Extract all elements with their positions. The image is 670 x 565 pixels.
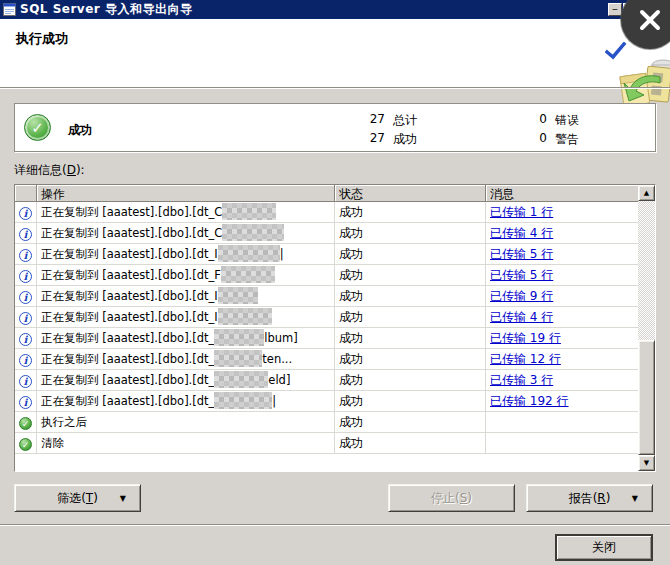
table-row[interactable]: i 正在复制到 [aaatest].[dbo].[dt_I 成功 已传输 4 行 — [15, 307, 638, 328]
window-title: SQL Server 导入和导出向导 — [20, 1, 192, 18]
success-label: 成功 — [393, 131, 417, 148]
scroll-up-icon[interactable]: ▲ — [638, 185, 655, 201]
status-cell: 成功 — [335, 244, 486, 264]
column-header-action[interactable]: 操作 — [37, 185, 335, 202]
redaction-mosaic — [214, 371, 268, 388]
details-label: 详细信息(D): — [14, 162, 85, 179]
column-header-status[interactable]: 状态 — [335, 185, 486, 202]
info-icon: i — [19, 291, 32, 304]
rows-transferred-link[interactable]: 已传输 192 行 — [490, 394, 569, 408]
success-icon: ✓ — [19, 438, 32, 451]
action-cell: 正在复制到 [aaatest].[dbo].[dt_C — [37, 202, 335, 222]
rows-transferred-link[interactable]: 已传输 19 行 — [490, 331, 561, 345]
wizard-header: 执行成功 — [0, 19, 670, 87]
error-label: 错误 — [555, 112, 579, 129]
scrollbar-thumb[interactable] — [638, 340, 655, 455]
action-cell: 正在复制到 [aaatest].[dbo].[dt_eld] — [37, 370, 335, 390]
status-cell: 成功 — [335, 370, 486, 390]
status-cell: 成功 — [335, 433, 486, 453]
vertical-scrollbar[interactable]: ▲ ▼ — [638, 185, 655, 471]
info-icon: i — [19, 270, 32, 283]
rows-transferred-link[interactable]: 已传输 1 行 — [490, 205, 553, 219]
warning-count: 0 — [523, 131, 547, 145]
title-bar: SQL Server 导入和导出向导 ─ ❐ ✕ — [0, 0, 670, 19]
info-icon: i — [19, 207, 32, 220]
table-row[interactable]: i 正在复制到 [aaatest].[dbo].[dt_I 成功 已传输 9 行 — [15, 286, 638, 307]
redaction-mosaic — [222, 203, 276, 220]
table-row[interactable]: ✓ 执行之后 成功 — [15, 412, 638, 433]
table-row[interactable]: i 正在复制到 [aaatest].[dbo].[dt_C 成功 已传输 4 行 — [15, 223, 638, 244]
status-cell: 成功 — [335, 307, 486, 327]
action-cell: 正在复制到 [aaatest].[dbo].[dt_ten... — [37, 349, 335, 369]
action-cell: 正在复制到 [aaatest].[dbo].[dt_I| — [37, 244, 335, 264]
minimize-button[interactable]: ─ — [608, 3, 622, 16]
redaction-mosaic — [214, 392, 272, 409]
redaction-mosaic — [214, 329, 264, 346]
rows-transferred-link[interactable]: 已传输 4 行 — [490, 310, 553, 324]
import-export-wizard-icon — [616, 57, 670, 107]
grid-rows: i 正在复制到 [aaatest].[dbo].[dt_C 成功 已传输 1 行… — [15, 202, 638, 454]
message-cell — [486, 433, 638, 453]
info-icon: i — [19, 333, 32, 346]
redaction-mosaic — [222, 224, 284, 241]
close-icon — [635, 5, 665, 35]
info-icon: i — [19, 375, 32, 388]
info-icon: i — [19, 249, 32, 262]
header-separator — [0, 87, 670, 89]
column-header-message[interactable]: 消息 — [486, 185, 638, 202]
rows-transferred-link[interactable]: 已传输 3 行 — [490, 373, 553, 387]
rows-transferred-link[interactable]: 已传输 4 行 — [490, 226, 553, 240]
action-cell: 正在复制到 [aaatest].[dbo].[dt_I — [37, 286, 335, 306]
rows-transferred-link[interactable]: 已传输 5 行 — [490, 247, 553, 261]
close-button[interactable]: 关闭 — [555, 534, 653, 561]
table-row[interactable]: i 正在复制到 [aaatest].[dbo].[dt_lbum] 成功 已传输… — [15, 328, 638, 349]
action-cell: 执行之后 — [37, 412, 335, 432]
redaction-mosaic — [218, 287, 258, 304]
report-button[interactable]: 报告(R) ▼ — [526, 484, 653, 512]
page-title: 执行成功 — [16, 30, 68, 48]
redaction-mosaic — [218, 308, 272, 325]
table-row[interactable]: i 正在复制到 [aaatest].[dbo].[dt_eld] 成功 已传输 … — [15, 370, 638, 391]
status-cell: 成功 — [335, 328, 486, 348]
redaction-mosaic — [214, 350, 262, 367]
rows-transferred-link[interactable]: 已传输 5 行 — [490, 268, 553, 282]
success-count: 27 — [361, 131, 385, 145]
table-row[interactable]: ✓ 清除 成功 — [15, 433, 638, 454]
rows-transferred-link[interactable]: 已传输 9 行 — [490, 289, 553, 303]
error-count: 0 — [523, 112, 547, 126]
warning-label: 警告 — [555, 131, 579, 148]
grid-header: 操作 状态 消息 — [15, 185, 655, 202]
stop-button[interactable]: 停止(S) — [388, 484, 515, 512]
total-label: 总计 — [393, 112, 417, 129]
table-row[interactable]: i 正在复制到 [aaatest].[dbo].[dt_F 成功 已传输 5 行 — [15, 265, 638, 286]
summary-panel: ✓ 成功 27 总计 27 成功 0 错误 0 警告 — [14, 103, 656, 152]
status-cell: 成功 — [335, 223, 486, 243]
status-cell: 成功 — [335, 286, 486, 306]
info-icon: i — [19, 228, 32, 241]
scroll-down-icon[interactable]: ▼ — [638, 455, 655, 471]
redaction-mosaic — [221, 266, 275, 283]
message-cell — [486, 412, 638, 432]
results-grid: 操作 状态 消息 i 正在复制到 [aaatest].[dbo].[dt_C 成… — [14, 184, 656, 472]
table-row[interactable]: i 正在复制到 [aaatest].[dbo].[dt_| 成功 已传输 192… — [15, 391, 638, 412]
table-row[interactable]: i 正在复制到 [aaatest].[dbo].[dt_I| 成功 已传输 5 … — [15, 244, 638, 265]
summary-status: 成功 — [68, 122, 92, 139]
success-circle-icon: ✓ — [24, 114, 51, 141]
success-icon: ✓ — [19, 417, 32, 430]
info-icon: i — [19, 312, 32, 325]
status-cell: 成功 — [335, 202, 486, 222]
footer-separator — [0, 524, 670, 526]
action-cell: 正在复制到 [aaatest].[dbo].[dt_| — [37, 391, 335, 411]
action-cell: 正在复制到 [aaatest].[dbo].[dt_C — [37, 223, 335, 243]
total-count: 27 — [361, 112, 385, 126]
rows-transferred-link[interactable]: 已传输 12 行 — [490, 352, 561, 366]
status-cell: 成功 — [335, 391, 486, 411]
table-row[interactable]: i 正在复制到 [aaatest].[dbo].[dt_ten... 成功 已传… — [15, 349, 638, 370]
table-row[interactable]: i 正在复制到 [aaatest].[dbo].[dt_C 成功 已传输 1 行 — [15, 202, 638, 223]
column-header-icon[interactable] — [15, 185, 37, 202]
chevron-down-icon: ▼ — [120, 494, 126, 503]
filter-button[interactable]: 筛选(T) ▼ — [14, 484, 141, 512]
wizard-dialog: SQL Server 导入和导出向导 ─ ❐ ✕ 执行成功 — [0, 0, 670, 565]
app-icon — [3, 3, 16, 16]
info-icon: i — [19, 354, 32, 367]
